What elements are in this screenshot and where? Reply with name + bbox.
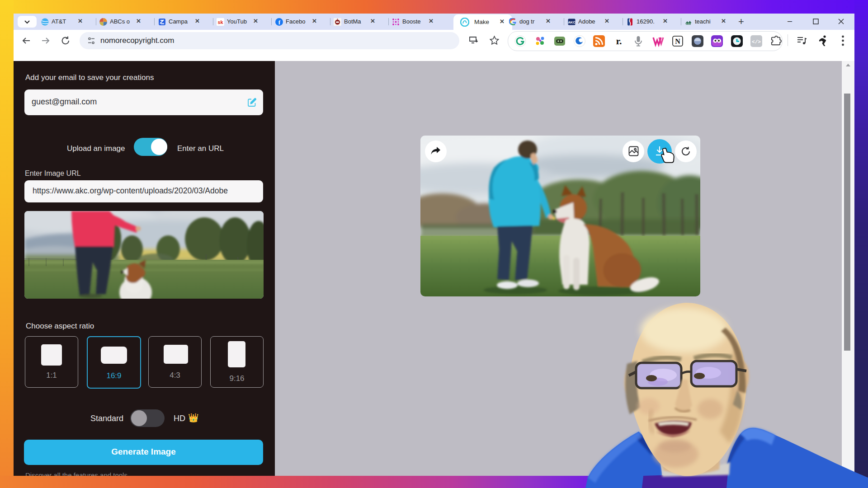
svg-text:f: f (278, 19, 281, 26)
svg-text:r.: r. (616, 35, 622, 47)
svg-text:sk: sk (217, 19, 223, 25)
svg-text:N: N (675, 38, 680, 45)
svg-text:AKC: AKC (568, 20, 576, 24)
svg-text:</>: </> (752, 39, 761, 45)
